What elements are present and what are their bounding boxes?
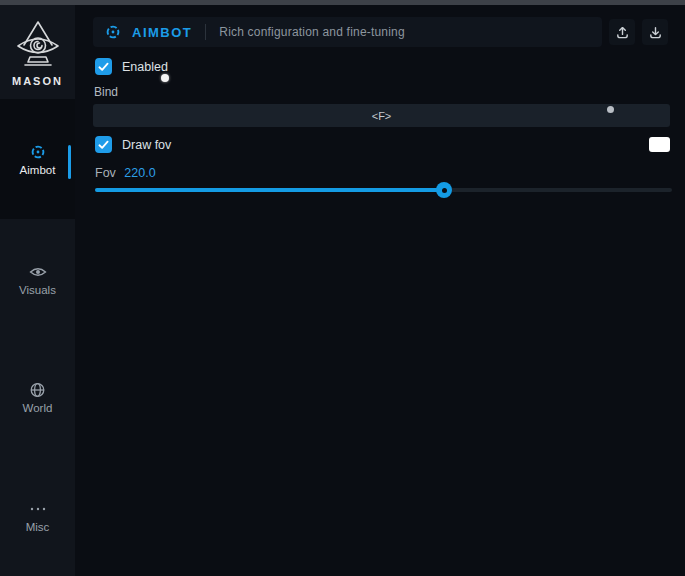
export-config-button[interactable] — [609, 19, 635, 45]
import-config-button[interactable] — [642, 19, 668, 45]
enabled-checkbox[interactable] — [95, 58, 112, 75]
bind-label: Bind — [94, 85, 118, 99]
enabled-row: Enabled — [95, 58, 168, 75]
app-logo: MASON — [0, 19, 75, 87]
draw-fov-label: Draw fov — [122, 138, 171, 152]
upload-icon — [615, 25, 630, 40]
window-title-strip — [0, 0, 685, 5]
eye-icon — [29, 264, 47, 280]
fov-label-row: Fov 220.0 — [95, 166, 156, 180]
section-subtitle: Rich configuration and fine-tuning — [219, 25, 405, 39]
sidebar-item-world[interactable]: World — [0, 382, 75, 414]
sidebar-item-label: Misc — [0, 521, 75, 533]
checkmark-icon — [98, 140, 109, 150]
draw-fov-color-swatch[interactable] — [649, 137, 670, 152]
fov-slider-handle[interactable] — [436, 182, 452, 198]
sidebar: MASON Aimbot Visuals — [0, 5, 75, 576]
cursor-dot — [161, 74, 169, 82]
enabled-label: Enabled — [122, 60, 168, 74]
ellipsis-icon — [29, 501, 47, 517]
drag-dot — [607, 106, 614, 113]
sidebar-item-aimbot[interactable]: Aimbot — [0, 144, 75, 176]
sidebar-item-label: Aimbot — [0, 164, 75, 176]
sidebar-item-visuals[interactable]: Visuals — [0, 264, 75, 296]
sidebar-item-misc[interactable]: Misc — [0, 501, 75, 533]
fov-label: Fov — [95, 166, 116, 180]
fov-value: 220.0 — [124, 166, 155, 180]
fov-slider[interactable] — [95, 188, 672, 192]
crosshair-icon — [105, 24, 121, 40]
crosshair-icon — [29, 144, 47, 160]
logo-text: MASON — [0, 75, 75, 87]
fov-slider-fill — [95, 188, 444, 192]
checkmark-icon — [98, 62, 109, 72]
download-icon — [648, 25, 663, 40]
section-title: AIMBOT — [132, 25, 192, 40]
bind-input[interactable]: <F> — [93, 104, 670, 127]
mason-pyramid-eye-icon — [0, 19, 75, 71]
bind-value: <F> — [372, 110, 392, 122]
section-header: AIMBOT Rich configuration and fine-tunin… — [93, 17, 602, 47]
header-separator — [205, 24, 206, 40]
draw-fov-checkbox[interactable] — [95, 136, 112, 153]
draw-fov-row: Draw fov — [95, 136, 171, 153]
sidebar-item-label: World — [0, 402, 75, 414]
sidebar-item-label: Visuals — [0, 284, 75, 296]
globe-icon — [29, 382, 47, 398]
app-window: MASON Aimbot Visuals — [0, 0, 685, 576]
